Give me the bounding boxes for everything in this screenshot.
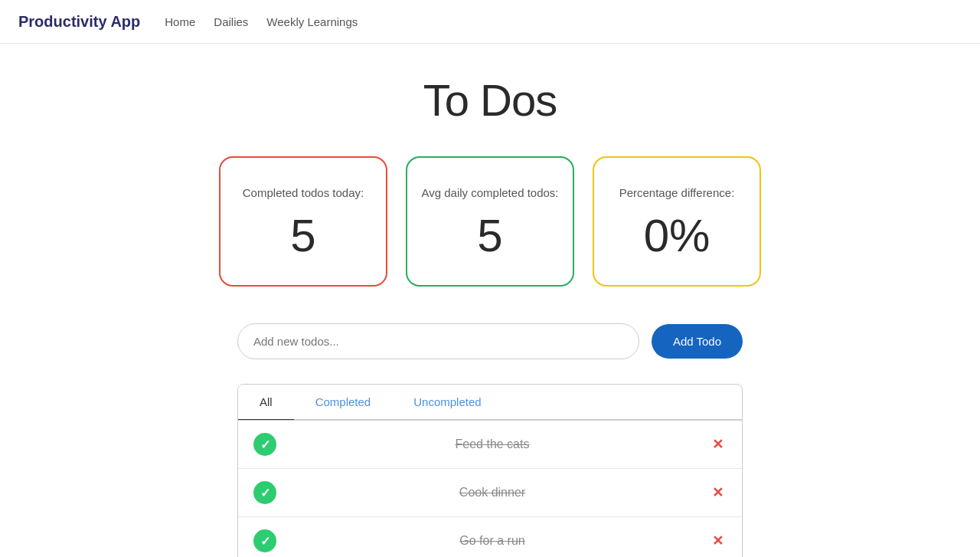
todo-text: Feed the cats [276,437,708,451]
stat-value-avg-daily: 5 [477,213,502,259]
todo-check-icon[interactable] [253,529,276,552]
tab-uncompleted[interactable]: Uncompleted [392,385,502,419]
todo-delete-icon[interactable]: ✕ [708,435,727,454]
stat-label-avg-daily: Avg daily completed todos: [422,185,559,201]
tab-completed[interactable]: Completed [294,385,393,419]
todo-text: Go for a run [276,534,708,548]
todo-list: Feed the cats✕Cook dinner✕Go for a run✕ [237,421,743,557]
tabs-container: AllCompletedUncompleted [237,384,743,421]
page-title: To Dos [423,74,557,126]
nav-link-dailies[interactable]: Dailies [214,15,248,28]
add-todo-button[interactable]: Add Todo [652,324,743,359]
stat-value-completed-today: 5 [290,213,315,259]
stat-card-avg-daily: Avg daily completed todos:5 [406,156,574,287]
tab-all[interactable]: All [238,385,294,421]
todo-input[interactable] [237,323,639,359]
app-brand: Productivity App [18,13,140,31]
navbar: Productivity App HomeDailiesWeekly Learn… [0,0,980,44]
nav-link-weekly-learnings[interactable]: Weekly Learnings [266,15,358,28]
stat-value-pct-diff: 0% [644,213,710,259]
nav-links: HomeDailiesWeekly Learnings [165,15,358,28]
main-content: To Dos Completed todos today:5Avg daily … [0,44,980,557]
todo-text: Cook dinner [276,486,708,500]
todo-delete-icon[interactable]: ✕ [708,532,727,550]
stats-row: Completed todos today:5Avg daily complet… [219,156,761,287]
stat-card-pct-diff: Percentage difference:0% [593,156,761,287]
input-row: Add Todo [237,323,743,359]
tabs-header: AllCompletedUncompleted [238,385,742,420]
todo-check-icon[interactable] [253,481,276,504]
todo-item: Feed the cats✕ [238,421,742,469]
stat-label-pct-diff: Percentage difference: [619,185,735,201]
todo-item: Cook dinner✕ [238,469,742,517]
todo-item: Go for a run✕ [238,517,742,557]
todo-delete-icon[interactable]: ✕ [708,483,727,502]
stat-card-completed-today: Completed todos today:5 [219,156,387,287]
todo-check-icon[interactable] [253,433,276,456]
stat-label-completed-today: Completed todos today: [243,185,364,201]
nav-link-home[interactable]: Home [165,15,195,28]
